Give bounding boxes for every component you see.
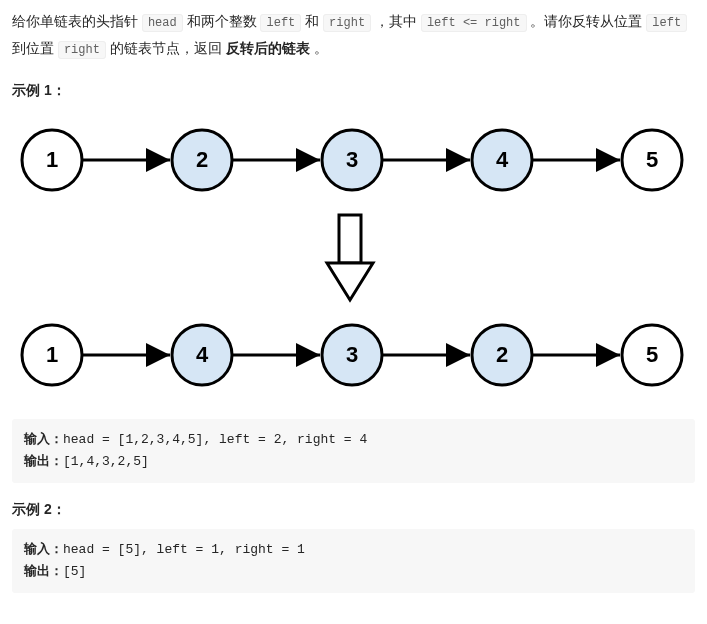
list-node-value: 4 — [496, 147, 509, 172]
desc-text: 和 — [301, 13, 323, 29]
svg-rect-0 — [339, 215, 361, 263]
output-label: 输出： — [24, 564, 63, 579]
list-node-value: 5 — [646, 147, 658, 172]
list-node-value: 2 — [496, 342, 508, 367]
desc-text: 和两个整数 — [183, 13, 261, 29]
code-right-2: right — [58, 41, 106, 59]
list-node-value: 5 — [646, 342, 658, 367]
code-condition: left <= right — [421, 14, 527, 32]
list-node-value: 2 — [196, 147, 208, 172]
diagram-svg: 12345 14325 — [12, 110, 692, 410]
output-value: [1,4,3,2,5] — [63, 454, 149, 469]
desc-text: 。 — [310, 40, 328, 56]
input-value: head = [1,2,3,4,5], left = 2, right = 4 — [63, 432, 367, 447]
list-node-value: 3 — [346, 342, 358, 367]
desc-text: ，其中 — [371, 13, 421, 29]
desc-text: 的链表节点，返回 — [106, 40, 226, 56]
problem-description: 给你单链表的头指针 head 和两个整数 left 和 right ，其中 le… — [12, 8, 695, 62]
list-node-value: 1 — [46, 147, 58, 172]
example-2-block: 输入：head = [5], left = 1, right = 1 输出：[5… — [12, 529, 695, 593]
linked-list-diagram: 12345 14325 — [12, 110, 695, 413]
list-node-value: 1 — [46, 342, 58, 367]
input-label: 输入： — [24, 542, 63, 557]
output-value: [5] — [63, 564, 86, 579]
example-2-heading: 示例 2： — [12, 501, 695, 519]
example-1-heading: 示例 1： — [12, 82, 695, 100]
list-node-value: 3 — [346, 147, 358, 172]
desc-bold: 反转后的链表 — [226, 40, 310, 56]
input-value: head = [5], left = 1, right = 1 — [63, 542, 305, 557]
example-1-block: 输入：head = [1,2,3,4,5], left = 2, right =… — [12, 419, 695, 483]
code-left: left — [260, 14, 301, 32]
output-label: 输出： — [24, 454, 63, 469]
desc-text: 。请你反转从位置 — [527, 13, 647, 29]
code-right: right — [323, 14, 371, 32]
desc-text: 给你单链表的头指针 — [12, 13, 142, 29]
code-left-2: left — [646, 14, 687, 32]
list-node-value: 4 — [196, 342, 209, 367]
transform-arrow-icon — [327, 215, 373, 300]
code-head: head — [142, 14, 183, 32]
desc-text: 到位置 — [12, 40, 58, 56]
input-label: 输入： — [24, 432, 63, 447]
